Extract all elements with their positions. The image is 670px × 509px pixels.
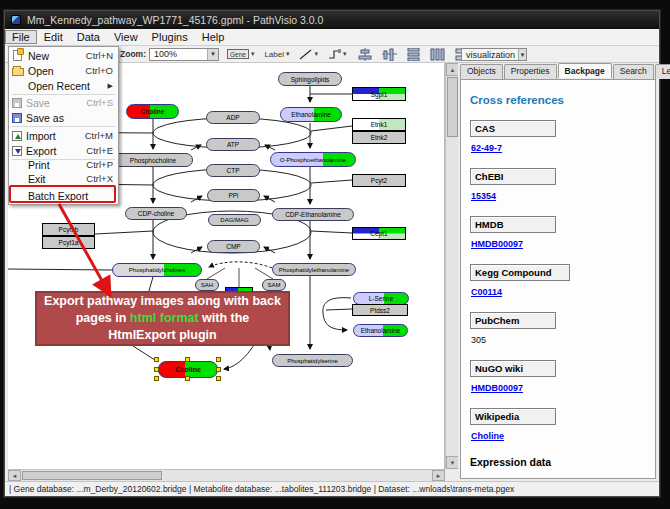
chevron-down-icon: ▾ [314, 50, 318, 58]
selection-handle[interactable] [154, 367, 159, 372]
file-menu-exit[interactable]: ExitCtrl+X [9, 171, 118, 186]
node-ptdss2[interactable]: Ptdss2 [352, 304, 408, 316]
callout-line3: HtmlExport plugin [108, 327, 216, 344]
menu-file[interactable]: File [5, 30, 37, 44]
node-cdp-choline[interactable]: CDP-choline [125, 207, 187, 220]
selection-handle[interactable] [154, 357, 159, 362]
canvas-vertical-scrollbar[interactable]: ▲ ▼ [445, 63, 458, 469]
line-tool-button[interactable]: ▾ [297, 47, 320, 62]
menu-bar: File Edit Data View Plugins Help [5, 29, 659, 46]
file-menu-import[interactable]: ImportCtrl+M [9, 128, 118, 143]
backpage-section-pubchem: PubChem 305 [470, 312, 655, 347]
vertical-scroll-thumb[interactable] [447, 77, 458, 137]
file-menu-save-as[interactable]: Save as [9, 110, 118, 125]
node-ethanolamine[interactable]: Ethanolamine [280, 107, 342, 122]
node-choline[interactable]: Choline [126, 104, 179, 119]
align-center-x-button[interactable] [358, 48, 373, 61]
tab-properties[interactable]: Properties [504, 64, 557, 79]
node-phosphatidylserine[interactable]: Phosphatidylserine [272, 354, 353, 367]
file-menu-save[interactable]: SaveCtrl+S [9, 95, 118, 110]
chevron-down-icon: ▾ [343, 50, 347, 58]
file-menu-print[interactable]: PrintCtrl+P [9, 157, 118, 172]
tab-backpage[interactable]: Backpage [558, 63, 612, 78]
tab-search[interactable]: Search [613, 64, 654, 79]
selection-handle[interactable] [154, 376, 159, 381]
label-tool-button[interactable]: Label ▾ [262, 47, 291, 62]
connector-tool-button[interactable]: ▾ [326, 47, 349, 62]
menu-plugins[interactable]: Plugins [145, 30, 195, 44]
node-choline-selected[interactable]: Choline [158, 361, 218, 378]
chevron-down-icon[interactable]: ▾ [518, 49, 526, 60]
open-folder-icon [12, 68, 24, 76]
selection-handle[interactable] [216, 357, 221, 362]
node-pcyt1b[interactable]: Pcyt1b [42, 223, 95, 236]
node-o-phosphoethanolamine[interactable]: O-Phosphoethanolamine [270, 152, 356, 167]
selection-handle[interactable] [216, 367, 221, 372]
zoom-value: 100% [154, 49, 177, 59]
node-sgpl1[interactable]: Sgpl1 [352, 87, 406, 101]
hmdb-link[interactable]: HMDB00097 [471, 239, 523, 249]
file-menu-new[interactable]: NewCtrl+N [9, 48, 118, 63]
menu-edit[interactable]: Edit [37, 30, 70, 44]
node-phosphatidylethanolamine[interactable]: Phosphatidylethanolamine [272, 263, 356, 276]
node-ethanolamine-2[interactable]: Ethanolamine [353, 324, 408, 337]
zoom-label: Zoom: [120, 49, 146, 59]
nugo-link[interactable]: HMDB00097 [471, 383, 523, 393]
node-pcyt1a[interactable]: Pcyt1a [42, 236, 95, 249]
selection-handle[interactable] [185, 376, 190, 381]
canvas-horizontal-scrollbar[interactable]: ◄ ► [8, 469, 445, 481]
node-cept1[interactable]: Cept1 [352, 227, 406, 240]
distribute-rows-button[interactable] [406, 48, 421, 61]
node-pcyt2[interactable]: Pcyt2 [352, 174, 406, 187]
kegg-link[interactable]: C00114 [471, 287, 502, 297]
node-phosphatidylcholines[interactable]: Phosphatidylcholines [112, 263, 202, 277]
batch-export-highlight-box [9, 185, 116, 203]
tab-legend[interactable]: Legend [655, 64, 670, 79]
distribute-columns-button[interactable] [430, 48, 445, 61]
selection-handle[interactable] [185, 357, 190, 362]
section-title: ChEBI [470, 168, 556, 185]
menu-data[interactable]: Data [70, 30, 107, 44]
file-menu-export[interactable]: ExportCtrl+E [9, 143, 118, 158]
side-panel-tabs: Objects Properties Backpage Search Legen… [460, 64, 670, 79]
selection-handle[interactable] [216, 376, 221, 381]
callout-line1: Export pathway images along with back [44, 293, 281, 310]
cas-link[interactable]: 62-49-7 [471, 143, 502, 153]
node-ctp[interactable]: CTP [206, 164, 260, 177]
node-etnk1[interactable]: Etnk1 [352, 118, 406, 131]
tab-objects[interactable]: Objects [460, 64, 503, 79]
file-menu-open-recent[interactable]: Open Recent ▶ [9, 78, 118, 93]
pubchem-value: 305 [471, 335, 486, 345]
chebi-link[interactable]: 15354 [471, 191, 496, 201]
node-dag-mag[interactable]: DAG/MAG [208, 214, 261, 226]
node-cmp[interactable]: CMP [207, 240, 260, 253]
gene-tool-button[interactable]: Gene ▾ [225, 47, 256, 62]
label-tool-text: Label [264, 50, 284, 59]
node-etnk2[interactable]: Etnk2 [352, 131, 406, 144]
zoom-combo[interactable]: 100% ▾ [149, 48, 219, 61]
node-ppi[interactable]: PPi [207, 189, 260, 202]
file-menu-open[interactable]: OpenCtrl+O [9, 63, 118, 78]
node-sam[interactable]: SAM [262, 279, 286, 291]
node-sphingolipids[interactable]: Sphingolipids [278, 72, 342, 86]
menu-view[interactable]: View [107, 30, 145, 44]
chevron-down-icon[interactable]: ▾ [207, 49, 218, 60]
section-title: PubChem [470, 312, 556, 329]
node-phosphocholine[interactable]: Phosphocholine [113, 153, 193, 167]
node-atp[interactable]: ATP [206, 138, 260, 151]
visualization-combo[interactable]: visualization ▾ [461, 48, 527, 61]
horizontal-scroll-thumb[interactable] [22, 471, 162, 480]
wikipedia-link[interactable]: Choline [471, 431, 504, 441]
backpage-section-cas: CAS 62-49-7 [470, 120, 655, 155]
scroll-right-icon[interactable]: ► [432, 470, 445, 481]
backpage-section-kegg: Kegg Compound C00114 [470, 264, 655, 299]
scroll-left-icon[interactable]: ◄ [8, 470, 21, 481]
node-adp[interactable]: ADP [206, 111, 260, 124]
align-center-y-button[interactable] [382, 48, 397, 61]
menu-help[interactable]: Help [195, 30, 232, 44]
title-bar[interactable]: Mm_Kennedy_pathway_WP1771_45176.gpml - P… [5, 11, 659, 29]
node-sah[interactable]: SAH [195, 279, 219, 291]
screenshot-frame: Mm_Kennedy_pathway_WP1771_45176.gpml - P… [0, 0, 670, 509]
node-cdp-ethanolamine[interactable]: CDP-Ethanolamine [272, 208, 354, 221]
save-as-icon [12, 113, 22, 123]
